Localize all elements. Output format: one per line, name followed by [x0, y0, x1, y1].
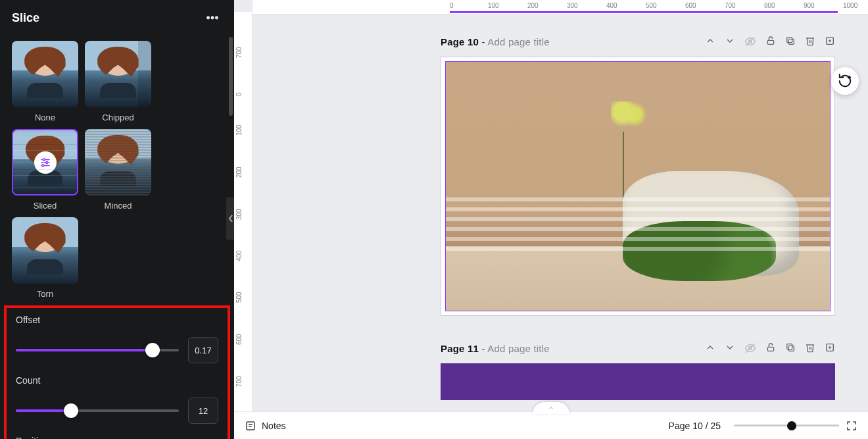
svg-point-2 — [216, 17, 218, 19]
ruler-tick: 600 — [685, 2, 696, 9]
page-header: Page 10 - Add page title — [441, 30, 835, 53]
svg-point-0 — [207, 17, 209, 19]
ruler-tick: 200 — [235, 167, 243, 178]
move-down-icon[interactable] — [725, 36, 735, 47]
ruler-tick: 0 — [450, 2, 454, 9]
sidebar-header: Slice — [0, 0, 234, 36]
duplicate-icon[interactable] — [785, 342, 796, 354]
offset-slider[interactable] — [16, 349, 179, 351]
ruler-tick: 400 — [235, 250, 243, 261]
count-control: Count 12 — [16, 375, 218, 424]
panel-title: Slice — [12, 11, 39, 25]
add-page-icon[interactable] — [825, 36, 835, 47]
ruler-tick: 300 — [567, 2, 578, 9]
svg-rect-19 — [767, 347, 773, 351]
settings-icon[interactable] — [34, 151, 57, 174]
option-label: Chipped — [102, 113, 133, 122]
duplicate-icon[interactable] — [785, 36, 796, 47]
option-label: Sliced — [34, 201, 57, 211]
effect-options: None Chipped Sliced Minced Torn — [0, 36, 234, 299]
ruler-tick: 700 — [235, 47, 243, 58]
svg-rect-13 — [787, 38, 792, 43]
ruler-tick: 600 — [235, 334, 243, 345]
footer-bar: Notes Page 10 / 25 — [234, 411, 868, 439]
page-actions — [705, 342, 835, 354]
canvas-area: 700 0 100 200 300 400 500 600 700 0 100 … — [234, 0, 868, 439]
position-control: Position 0.12 — [16, 436, 218, 439]
page-drawer-handle[interactable] — [533, 402, 569, 414]
ruler-tick: 500 — [646, 2, 657, 9]
ruler-tick: 700 — [725, 2, 736, 9]
move-up-icon[interactable] — [705, 342, 715, 354]
svg-point-1 — [212, 17, 214, 19]
offset-label: Offset — [16, 315, 218, 325]
page-label: Page 10 - Add page title — [441, 36, 550, 47]
page-header: Page 11 - Add page title — [441, 337, 835, 359]
page-title-input[interactable]: Add page title — [487, 343, 550, 354]
option-torn[interactable]: Torn — [12, 217, 78, 299]
slider-controls: Offset 0.17 Count 12 Position — [4, 305, 230, 439]
move-down-icon[interactable] — [725, 342, 735, 354]
visibility-icon[interactable] — [744, 36, 756, 47]
svg-point-6 — [45, 161, 47, 163]
option-minced[interactable]: Minced — [85, 129, 151, 211]
svg-rect-21 — [787, 344, 792, 349]
canvas-scroll[interactable]: Page 10 - Add page title — [253, 14, 868, 411]
add-page-icon[interactable] — [825, 342, 835, 354]
canvas-image[interactable] — [445, 61, 831, 311]
option-chipped[interactable]: Chipped — [85, 41, 151, 122]
zoom-fit-icon[interactable] — [846, 420, 857, 432]
option-label: None — [35, 113, 55, 122]
svg-rect-20 — [788, 346, 794, 351]
option-label: Minced — [105, 201, 132, 211]
svg-point-4 — [43, 159, 45, 161]
sidebar-scrollbar[interactable] — [229, 37, 233, 116]
page-counter[interactable]: Page 10 / 25 — [669, 421, 721, 431]
position-label: Position — [16, 436, 218, 439]
option-label: Torn — [37, 289, 53, 299]
count-slider[interactable] — [16, 409, 179, 412]
lock-icon[interactable] — [765, 342, 776, 354]
ruler-tick: 800 — [764, 2, 775, 9]
page-title-input[interactable]: Add page title — [487, 36, 550, 47]
ruler-tick: 300 — [235, 209, 243, 220]
ruler-tick: 100 — [488, 2, 499, 9]
offset-value[interactable]: 0.17 — [188, 337, 218, 363]
visibility-icon[interactable] — [744, 342, 756, 354]
ruler-tick: 500 — [235, 292, 243, 303]
ruler-tick: 900 — [804, 2, 815, 9]
horizontal-ruler: 0 100 200 300 400 500 600 700 800 900 10… — [253, 0, 868, 14]
ruler-tick: 0 — [235, 92, 243, 96]
delete-icon[interactable] — [805, 342, 815, 354]
page-label: Page 11 - Add page title — [441, 343, 550, 354]
lock-icon[interactable] — [765, 36, 776, 47]
page-11[interactable] — [441, 363, 835, 400]
notes-button[interactable]: Notes — [245, 420, 286, 432]
ruler-tick: 100 — [235, 124, 243, 136]
move-up-icon[interactable] — [705, 36, 715, 47]
count-label: Count — [16, 375, 218, 386]
more-button[interactable] — [203, 8, 222, 28]
ruler-tick: 700 — [235, 376, 243, 387]
svg-rect-11 — [767, 40, 773, 44]
count-value[interactable]: 12 — [188, 398, 218, 424]
notes-label: Notes — [262, 421, 286, 431]
delete-icon[interactable] — [805, 36, 815, 47]
vertical-ruler: 700 0 100 200 300 400 500 600 700 — [234, 12, 253, 411]
zoom-control — [734, 420, 857, 432]
zoom-slider[interactable] — [734, 425, 839, 426]
svg-rect-12 — [788, 39, 794, 44]
ruler-tick: 200 — [527, 2, 539, 9]
option-none[interactable]: None — [12, 41, 78, 122]
page-10[interactable] — [441, 57, 835, 316]
effect-sidebar: Slice None Chipped Sliced Minced — [0, 0, 234, 439]
option-sliced[interactable]: Sliced — [12, 129, 78, 211]
ruler-tick: 1000 — [843, 2, 857, 9]
svg-point-8 — [41, 165, 43, 167]
page-actions — [705, 36, 835, 47]
ruler-tick: 400 — [606, 2, 617, 9]
regenerate-button[interactable] — [831, 67, 859, 95]
offset-control: Offset 0.17 — [16, 315, 218, 363]
